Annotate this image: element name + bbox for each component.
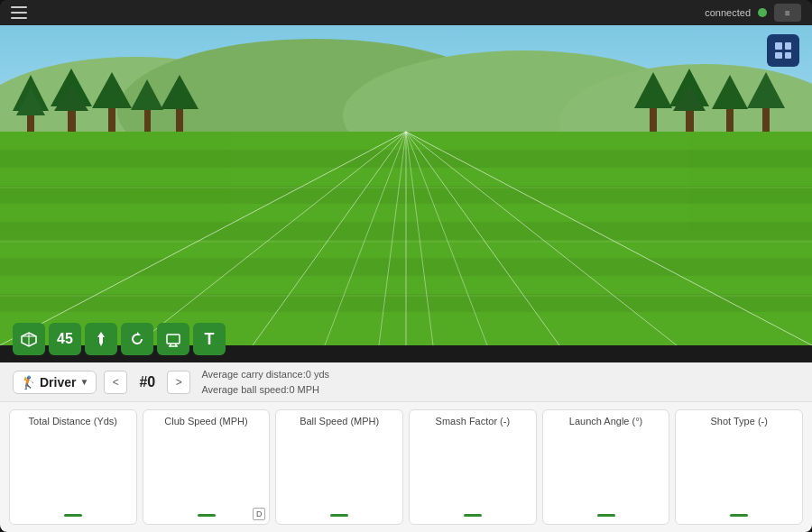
stat-card-total-distance: Total Distance (Yds) [9,409,137,525]
screen: connected ≡ [0,0,812,532]
stat-card-shot-type: Shot Type (-) [675,409,803,525]
shot-number: #0 [134,374,160,390]
stat-card-ball-speed: Ball Speed (MPH) [275,409,403,525]
stat-value-total-distance [64,514,82,517]
cube-tool-btn[interactable] [13,323,45,355]
svg-rect-11 [108,105,115,133]
layout-button[interactable] [767,34,799,67]
svg-rect-15 [176,106,183,133]
stat-card-smash-factor: Smash Factor (-) [409,409,537,525]
svg-rect-22 [726,106,734,133]
svg-rect-24 [762,105,770,133]
top-bar-right: connected ≡ [705,4,801,22]
stat-label-club-speed: Club Speed (MPH) [164,416,247,427]
avg-ball-speed: Average ball speed:0 MPH [201,382,329,398]
stat-value-launch-angle [597,514,615,517]
grid-icon [775,42,791,59]
avg-carry: Average carry distance:0 yds [201,367,329,382]
prev-shot-btn[interactable]: < [104,371,127,394]
stat-label-shot-type: Shot Type (-) [711,416,768,427]
d-badge: D [253,508,265,520]
stat-card-launch-angle: Launch Angle (°) [542,409,670,525]
top-bar-left [11,6,27,19]
text-tool-btn[interactable]: T [193,323,226,355]
club-selector[interactable]: 🏌 Driver ▼ [13,371,97,394]
club-icon: 🏌 [21,375,36,390]
refresh-tool-btn[interactable] [121,323,153,355]
connected-label: connected [705,7,751,18]
golf-course-svg [0,25,812,345]
club-name: Driver [40,375,76,390]
stat-value-smash-factor [464,514,482,517]
svg-rect-17 [650,105,657,133]
stat-label-smash-factor: Smash Factor (-) [436,416,511,427]
top-bar: connected ≡ [0,0,812,25]
stat-label-total-distance: Total Distance (Yds) [29,416,117,427]
next-shot-btn[interactable]: > [167,371,190,394]
toolbar: 45 T [13,323,226,355]
svg-rect-52 [167,335,180,344]
avg-info: Average carry distance:0 yds Average bal… [201,367,329,397]
num45-tool-btn[interactable]: 45 [49,323,81,355]
fork-tool-btn[interactable] [85,323,117,355]
golf-view [0,25,812,345]
stat-value-shot-type [730,514,748,517]
stat-value-ball-speed [330,514,348,517]
chevron-down-icon: ▼ [79,377,88,387]
stat-label-launch-angle: Launch Angle (°) [569,416,642,427]
top-bar-menu-btn[interactable]: ≡ [774,4,801,22]
hamburger-icon[interactable] [11,6,27,19]
display-tool-btn[interactable] [157,323,189,355]
stat-card-club-speed: Club Speed (MPH) D [143,409,271,525]
stats-row: Total Distance (Yds) Club Speed (MPH) D … [0,402,812,532]
svg-rect-13 [144,108,151,133]
club-row: 🏌 Driver ▼ < #0 > Average carry distance… [0,362,812,402]
stat-value-club-speed [198,514,216,517]
stat-label-ball-speed: Ball Speed (MPH) [300,416,379,427]
connected-dot [758,8,767,17]
svg-marker-51 [137,332,141,335]
